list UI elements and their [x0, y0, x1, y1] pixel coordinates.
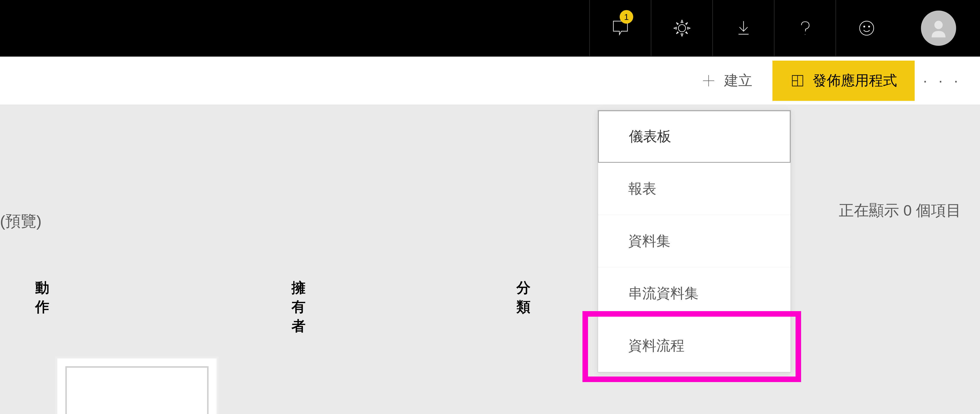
more-options-button[interactable]: · · ·: [922, 61, 963, 101]
download-button[interactable]: [713, 0, 774, 56]
avatar-icon: [921, 11, 956, 46]
feedback-button[interactable]: [835, 0, 897, 56]
svg-point-4: [934, 21, 943, 29]
app-header: 1: [0, 0, 980, 57]
empty-tile: [55, 356, 219, 414]
dropdown-item-dataset[interactable]: 資料集: [598, 215, 791, 267]
svg-point-2: [864, 26, 865, 27]
svg-point-0: [678, 24, 686, 32]
preview-label: (預覽): [0, 211, 41, 232]
column-category[interactable]: 分類: [516, 278, 530, 316]
dropdown-item-dashboard[interactable]: 儀表板: [598, 110, 791, 163]
download-icon: [733, 18, 754, 38]
help-button[interactable]: [774, 0, 835, 56]
tile-placeholder-icon: [65, 366, 209, 414]
dropdown-item-report[interactable]: 報表: [598, 163, 791, 215]
publish-app-button[interactable]: 發佈應用程式: [772, 61, 915, 101]
create-label: 建立: [724, 71, 752, 90]
column-actions[interactable]: 動作: [35, 278, 49, 316]
workspace-toolbar: 建立 發佈應用程式 · · ·: [0, 57, 980, 105]
app-icon: [790, 73, 805, 88]
column-owner[interactable]: 擁有者: [291, 278, 305, 336]
plus-icon: [701, 73, 717, 89]
settings-button[interactable]: [651, 0, 713, 56]
svg-point-3: [869, 26, 870, 27]
notification-badge: 1: [620, 10, 633, 24]
account-button[interactable]: [897, 0, 980, 56]
ellipsis-icon: · · ·: [923, 72, 961, 89]
create-dropdown: 儀表板 報表 資料集 串流資料集 資料流程: [598, 110, 791, 372]
gear-icon: [672, 18, 692, 38]
svg-point-1: [860, 21, 874, 35]
smiley-icon: [857, 18, 877, 38]
notifications-button[interactable]: 1: [589, 0, 651, 56]
help-icon: [795, 18, 815, 38]
dropdown-item-dataflow[interactable]: 資料流程: [598, 320, 791, 372]
publish-label: 發佈應用程式: [813, 71, 897, 90]
dropdown-item-streaming-dataset[interactable]: 串流資料集: [598, 267, 791, 320]
item-count-label: 正在顯示 0 個項目: [839, 200, 961, 221]
create-button[interactable]: 建立: [688, 64, 765, 97]
